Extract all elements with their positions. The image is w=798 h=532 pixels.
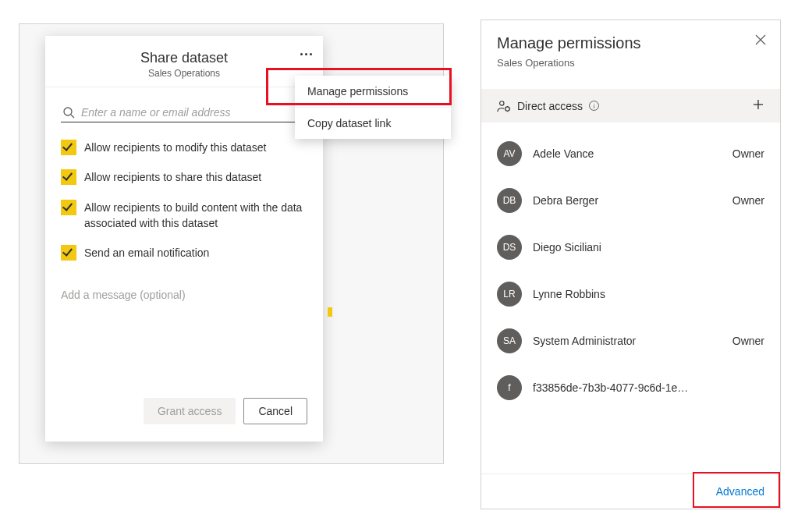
user-row[interactable]: AV Adele Vance Owner: [497, 130, 764, 177]
user-row[interactable]: f f33856de-7b3b-4077-9c6d-1e…: [497, 364, 764, 411]
close-icon: [755, 34, 766, 45]
panel-subtitle: Sales Operations: [497, 57, 764, 69]
user-name: Adele Vance: [533, 147, 732, 160]
avatar: LR: [497, 282, 522, 307]
user-role: Owner: [732, 335, 764, 347]
avatar: AV: [497, 141, 522, 166]
share-header: Share dataset Sales Operations: [45, 36, 323, 87]
share-subtitle: Sales Operations: [61, 68, 307, 79]
svg-line-1: [71, 115, 74, 118]
checkbox-checked-icon[interactable]: [61, 140, 76, 155]
menu-manage-permissions[interactable]: Manage permissions: [295, 76, 451, 108]
recipient-search-row[interactable]: [61, 101, 307, 122]
user-row[interactable]: LR Lynne Robbins: [497, 271, 764, 317]
user-name: Diego Siciliani: [533, 241, 764, 254]
checkbox-checked-icon[interactable]: [61, 245, 76, 261]
ellipsis-icon: [310, 53, 312, 55]
perm-share-row[interactable]: Allow recipients to share this dataset: [61, 169, 307, 185]
user-row[interactable]: SA System Administrator Owner: [497, 317, 764, 364]
message-input[interactable]: [61, 289, 307, 301]
menu-copy-dataset-link[interactable]: Copy dataset link: [295, 108, 451, 139]
cursor-caret-icon: [328, 307, 332, 317]
ellipsis-icon: [300, 53, 303, 55]
checkbox-checked-icon[interactable]: [61, 200, 76, 215]
perm-modify-row[interactable]: Allow recipients to modify this dataset: [61, 140, 307, 155]
share-actions: Grant access Cancel: [144, 398, 307, 424]
user-name: Lynne Robbins: [533, 288, 764, 300]
user-role: Owner: [732, 147, 764, 160]
share-title: Share dataset: [61, 50, 307, 66]
perm-build-label: Allow recipients to build content with t…: [84, 200, 307, 232]
avatar: f: [497, 375, 522, 400]
user-list: AV Adele Vance Owner DB Debra Berger Own…: [481, 122, 780, 473]
share-body: Allow recipients to modify this dataset …: [45, 87, 323, 317]
manage-permissions-panel: Manage permissions Sales Operations Dire…: [481, 20, 781, 509]
search-icon: [62, 106, 75, 119]
recipient-search-input[interactable]: [81, 106, 306, 119]
perm-modify-label: Allow recipients to modify this dataset: [84, 140, 266, 155]
user-name: Debra Berger: [533, 194, 732, 207]
user-row[interactable]: DB Debra Berger Owner: [497, 177, 764, 224]
plus-icon: [752, 98, 764, 111]
user-name: f33856de-7b3b-4077-9c6d-1e…: [533, 381, 764, 394]
avatar: SA: [497, 328, 522, 353]
ellipsis-icon: [305, 53, 307, 55]
grant-access-button[interactable]: Grant access: [144, 398, 236, 424]
section-left: Direct access i: [497, 99, 599, 113]
section-label: Direct access: [517, 100, 583, 112]
checkbox-checked-icon[interactable]: [61, 169, 76, 185]
advanced-link[interactable]: Advanced: [716, 485, 764, 498]
close-button[interactable]: [755, 34, 766, 48]
perm-build-row[interactable]: Allow recipients to build content with t…: [61, 200, 307, 232]
person-gear-icon: [497, 99, 511, 113]
user-row[interactable]: DS Diego Siciliani: [497, 224, 764, 271]
share-region: Share dataset Sales Operations Allow rec…: [19, 23, 444, 464]
avatar: DB: [497, 188, 522, 213]
panel-header: Manage permissions Sales Operations: [481, 20, 780, 76]
user-name: System Administrator: [533, 335, 732, 347]
direct-access-section-header: Direct access i: [481, 89, 780, 122]
share-dialog: Share dataset Sales Operations Allow rec…: [45, 36, 323, 442]
add-user-button[interactable]: [752, 98, 764, 113]
svg-point-4: [500, 101, 504, 105]
more-options-button[interactable]: [300, 53, 312, 55]
perm-email-label: Send an email notification: [84, 245, 209, 261]
info-icon[interactable]: i: [589, 101, 599, 111]
perm-email-row[interactable]: Send an email notification: [61, 245, 307, 261]
perm-share-label: Allow recipients to share this dataset: [84, 169, 261, 185]
more-options-menu: Manage permissions Copy dataset link: [295, 76, 451, 139]
user-role: Owner: [732, 194, 764, 207]
panel-title: Manage permissions: [497, 34, 764, 52]
avatar: DS: [497, 235, 522, 260]
panel-footer: Advanced: [481, 473, 780, 509]
cancel-button[interactable]: Cancel: [243, 398, 307, 424]
svg-point-0: [64, 108, 72, 115]
